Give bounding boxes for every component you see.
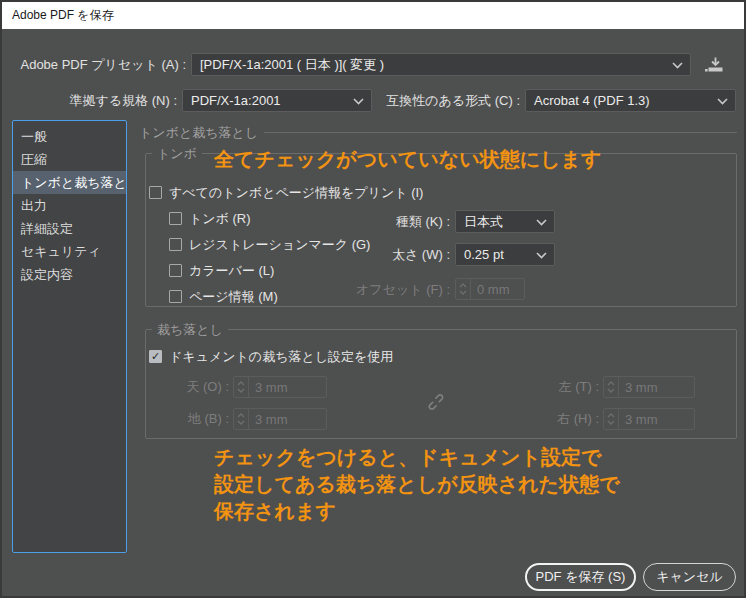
checkbox-box: ✓ [149, 350, 162, 363]
mark-weight-select[interactable]: 0.25 pt [455, 243, 555, 266]
checkbox-label: レジストレーションマーク (G) [189, 237, 370, 253]
mark-type-label: 種類 (K) : [350, 210, 450, 233]
standard-select[interactable]: PDF/X-1a:2001 [182, 89, 372, 112]
chevron-down-icon [536, 219, 547, 226]
save-preset-button[interactable] [700, 54, 730, 76]
broken-link-icon [426, 392, 446, 412]
annotation-bleed: チェックをつけると、ドキュメント設定で 設定してある裁ち落としが反映された状態で… [214, 444, 620, 525]
annotation-line: チェックをつけると、ドキュメント設定で [214, 444, 620, 471]
compatibility-select[interactable]: Acrobat 4 (PDF 1.3) [525, 89, 736, 112]
stepper-arrows-icon [604, 377, 619, 397]
checkbox-label: ページ情報 (M) [189, 289, 278, 305]
bleed-left-label: 左 (T) : [515, 376, 599, 398]
chevron-down-icon [536, 252, 547, 259]
bleed-top-label: 天 (O) : [145, 376, 229, 398]
save-pdf-button[interactable]: PDF を保存 (S) [525, 563, 636, 591]
bleed-right-field: 3 mm [603, 408, 695, 430]
mark-offset-value: 0 mm [471, 279, 510, 299]
color-bars-checkbox[interactable]: カラーバー (L) [169, 263, 274, 279]
stepper-arrows-icon [234, 409, 249, 429]
preset-select[interactable]: [PDF/X-1a:2001 ( 日本 )]( 変更 ) [191, 53, 691, 76]
download-icon [704, 56, 726, 74]
sidebar-item-output[interactable]: 出力 [13, 194, 126, 217]
page-information-checkbox[interactable]: ページ情報 (M) [169, 289, 278, 305]
window-title: Adobe PDF を保存 [12, 7, 114, 24]
sidebar-item-general[interactable]: 一般 [13, 125, 126, 148]
stepper-arrows-icon [604, 409, 619, 429]
bleed-group-legend: 裁ち落とし [152, 322, 228, 337]
registration-marks-checkbox[interactable]: レジストレーションマーク (G) [169, 237, 370, 253]
stepper-arrows-icon [456, 279, 471, 299]
chevron-down-icon [717, 98, 728, 105]
mark-offset-label: オフセット (F) : [332, 278, 450, 301]
print-all-marks-checkbox[interactable]: すべてのトンボとページ情報をプリント (I) [149, 185, 423, 201]
sidebar-item-compression[interactable]: 圧縮 [13, 148, 126, 171]
compatibility-selected-value: Acrobat 4 (PDF 1.3) [534, 93, 650, 108]
checkbox-box [149, 186, 162, 199]
check-icon: ✓ [151, 350, 160, 363]
annotation-line: 設定してある裁ち落としが反映された状態で [214, 471, 620, 498]
sidebar-item-marks-and-bleeds[interactable]: トンボと裁ち落とし [13, 171, 126, 194]
checkbox-box [169, 212, 182, 225]
checkbox-box [169, 238, 182, 251]
sidebar-item-security[interactable]: セキュリティ [13, 240, 126, 263]
sidebar-item-summary[interactable]: 設定内容 [13, 263, 126, 286]
marks-group-legend: トンボ [152, 146, 202, 161]
checkbox-label: カラーバー (L) [189, 263, 274, 279]
mark-type-select[interactable]: 日本式 [455, 210, 555, 233]
save-adobe-pdf-dialog: Adobe PDF を保存 Adobe PDF プリセット (A) : [PDF… [0, 0, 746, 598]
chevron-down-icon [353, 98, 364, 105]
annotation-marks: 全てチェックがついていない状態にします [214, 146, 602, 173]
link-bleeds-toggle [424, 390, 448, 414]
sidebar-item-advanced[interactable]: 詳細設定 [13, 217, 126, 240]
bleed-top-field: 3 mm [233, 376, 327, 398]
header-separator [264, 132, 737, 133]
bleed-left-value: 3 mm [619, 377, 658, 397]
compatibility-label: 互換性のある形式 (C) : [384, 89, 520, 112]
panel-title: トンボと裁ち落とし [139, 124, 258, 142]
bleed-right-value: 3 mm [619, 409, 658, 429]
bleed-bottom-label: 地 (B) : [145, 408, 229, 430]
use-document-bleed-checkbox[interactable]: ✓ ドキュメントの裁ち落とし設定を使用 [149, 349, 393, 365]
checkbox-box [169, 264, 182, 277]
annotation-line: 保存されます [214, 498, 620, 525]
bleed-left-field: 3 mm [603, 376, 695, 398]
checkbox-label: すべてのトンボとページ情報をプリント (I) [169, 185, 423, 201]
preset-label: Adobe PDF プリセット (A) : [2, 53, 186, 76]
mark-weight-selected-value: 0.25 pt [464, 247, 504, 262]
checkbox-label: ドキュメントの裁ち落とし設定を使用 [169, 349, 393, 365]
bleed-bottom-field: 3 mm [233, 408, 327, 430]
standard-selected-value: PDF/X-1a:2001 [191, 93, 281, 108]
bleed-top-value: 3 mm [249, 377, 288, 397]
settings-category-list: 一般 圧縮 トンボと裁ち落とし 出力 詳細設定 セキュリティ 設定内容 [12, 120, 127, 553]
bleed-bottom-value: 3 mm [249, 409, 288, 429]
crop-marks-checkbox[interactable]: トンボ (R) [169, 211, 251, 227]
checkbox-label: トンボ (R) [189, 211, 251, 227]
checkbox-box [169, 290, 182, 303]
preset-selected-value: [PDF/X-1a:2001 ( 日本 )]( 変更 ) [200, 56, 384, 74]
bleed-right-label: 右 (H) : [515, 408, 599, 430]
window-titlebar[interactable]: Adobe PDF を保存 [2, 2, 744, 29]
stepper-arrows-icon [234, 377, 249, 397]
mark-offset-field: 0 mm [455, 278, 525, 300]
cancel-button[interactable]: キャンセル [643, 563, 736, 591]
standard-label: 準拠する規格 (N) : [2, 89, 177, 112]
mark-weight-label: 太さ (W) : [350, 243, 450, 266]
mark-type-selected-value: 日本式 [464, 213, 503, 231]
chevron-down-icon [672, 62, 683, 69]
